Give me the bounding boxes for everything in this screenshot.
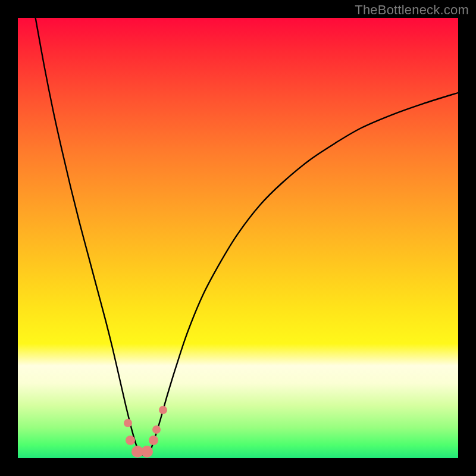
data-marker [149, 436, 158, 445]
watermark-text: TheBottleneck.com [355, 2, 469, 18]
data-marker [141, 446, 153, 458]
data-marker [159, 406, 167, 414]
plot-area [18, 18, 458, 458]
data-marker [126, 436, 135, 445]
data-marker [152, 425, 161, 434]
marker-layer [18, 18, 458, 458]
chart-frame: TheBottleneck.com [0, 0, 476, 476]
data-marker [124, 419, 132, 427]
